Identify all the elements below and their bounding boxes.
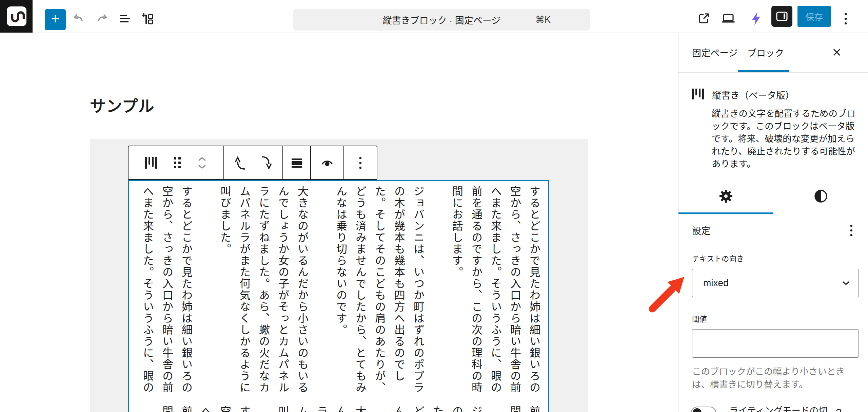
- top-toolbar: +: [0, 0, 868, 33]
- vertical-text-column: ジョバンニは、いつか町はずれのポプラ: [408, 186, 428, 396]
- vertical-text-column: んでしょうか女の子がそっとカムパネル: [331, 406, 350, 412]
- vertical-text-column: んなは乗り切らないのです。: [331, 186, 350, 396]
- block-inserter-button[interactable]: +: [45, 9, 66, 30]
- sidebar-panel-icon: [776, 11, 788, 22]
- rotate-up-button[interactable]: [233, 155, 249, 171]
- active-settings-tab-underline: [678, 212, 773, 214]
- vertical-text-band: 前を通るのですから、この次の理科の時間にお話します。ジョバンニは、いつか町はずれ…: [134, 406, 544, 412]
- vertical-writing-block[interactable]: するとどこかで見たわ姉は細い銀いろの空から、さっきの入口から暗い牛舎の前へまた来…: [128, 180, 549, 412]
- help-question-link[interactable]: ?: [834, 407, 843, 412]
- vertical-text-column: どうも済みませんでしたから、とてもみ: [350, 186, 370, 396]
- vertical-text-column: するとどこかで見たわ姉は細い銀いろの: [234, 406, 254, 412]
- align-button[interactable]: [290, 156, 303, 170]
- vertical-paragraph: ジョバンニは、いつか町はずれのポプラの木が幾本も幾本も四方へ出るのでした。そして…: [389, 406, 486, 412]
- sidebar-tabs: 固定ページ ブロック: [678, 33, 868, 73]
- move-down-button[interactable]: [197, 164, 207, 169]
- vertical-text-column: へまた来ました。そういうふうに、眼の: [138, 186, 157, 396]
- vertical-text-column: 空から、さっきの入口から暗い牛舎の前: [505, 186, 524, 396]
- tab-settings-gear[interactable]: [678, 189, 773, 204]
- writing-mode-toggle[interactable]: [691, 407, 716, 412]
- gear-icon: [718, 189, 733, 204]
- vertical-text-column: 間にお話します。: [447, 186, 466, 396]
- list-view-icon: [119, 12, 132, 25]
- tab-block[interactable]: ブロック: [747, 33, 784, 72]
- vertical-text-block-icon: [145, 157, 157, 169]
- post-title-field[interactable]: サンプル: [90, 93, 155, 116]
- jetpack-boost-button[interactable]: [749, 11, 764, 26]
- block-editor-app: +: [0, 0, 868, 412]
- rotate-down-button[interactable]: [258, 155, 274, 171]
- vertical-text-plugin-button[interactable]: [140, 11, 155, 26]
- block-options-button[interactable]: [359, 157, 361, 169]
- orientation-label: テキストの向き: [678, 237, 868, 263]
- editor-canvas: サンプル するとどこかで見たわ姉は細い銀いろの空から、さっきの入口から暗い牛舎の…: [0, 33, 678, 412]
- vertical-text-column: へまた来ました。そういうふうに、眼の: [486, 186, 505, 396]
- undo-icon: [71, 12, 85, 25]
- threshold-input[interactable]: [692, 329, 859, 358]
- settings-heading: 設定: [692, 224, 710, 237]
- command-center-label: 縦書きブロック · 固定ページ: [383, 13, 500, 26]
- orientation-select[interactable]: mixed: [692, 269, 859, 297]
- command-center[interactable]: 縦書きブロック · 固定ページ ⌘K: [293, 9, 590, 31]
- settings-options-button[interactable]: [850, 225, 854, 236]
- settings-sidebar: 固定ページ ブロック 縦書き（ベータ版） 縦書きの文字を配置するためのブロックで…: [678, 33, 868, 412]
- redo-icon: [96, 12, 110, 25]
- threshold-label: 閾値: [678, 297, 868, 324]
- site-logo-button[interactable]: [0, 0, 33, 33]
- styles-contrast-icon: [813, 189, 828, 204]
- vertical-text-column: 空から、さっきの入口から暗い牛舎の前: [215, 406, 234, 412]
- list-view-button[interactable]: [118, 11, 133, 26]
- block-card: 縦書き（ベータ版） 縦書きの文字を配置するためのブロックです。このブロックはベー…: [678, 73, 868, 170]
- view-post-button[interactable]: [696, 11, 711, 26]
- redo-button[interactable]: [95, 11, 110, 26]
- vertical-text-column: 大きなのがいるんだから小さいのもいる: [292, 186, 312, 396]
- vertical-text-column: んなは乗り切らないのです。: [389, 406, 408, 412]
- vertical-text-band: するとどこかで見たわ姉は細い銀いろの空から、さっきの入口から暗い牛舎の前へまた来…: [134, 186, 544, 396]
- save-button[interactable]: 保存: [797, 6, 831, 27]
- move-up-button[interactable]: [197, 156, 207, 162]
- tab-page[interactable]: 固定ページ: [692, 33, 737, 72]
- preview-button[interactable]: [721, 11, 736, 26]
- command-shortcut: ⌘K: [535, 9, 551, 31]
- chevron-down-icon: [842, 280, 850, 286]
- vertical-paragraph: 大きなのがいるんだから小さいのもいるんでしょうか女の子がそっとカムパネルラにたず…: [273, 406, 370, 412]
- drag-handle-icon: [174, 157, 181, 168]
- vertical-text-column: 前を通るのですから、この次の理科の時: [524, 406, 544, 412]
- vertical-text-column: 間にお話します。: [157, 406, 176, 412]
- vertical-text-column: の木が幾本も幾本も四方へ出るのでし: [389, 186, 408, 396]
- vertical-paragraph: ジョバンニは、いつか町はずれのポプラの木が幾本も幾本も四方へ出るのでした。そして…: [331, 186, 428, 396]
- external-link-icon: [697, 12, 710, 25]
- vertical-text-column: た。そしてそのこどもの肩のあたりが、: [428, 406, 447, 412]
- undo-button[interactable]: [71, 11, 85, 26]
- block-type-button[interactable]: [145, 157, 157, 169]
- vertical-paragraph: するとどこかで見たわ姉は細い銀いろの空から、さっきの入口から暗い牛舎の前へまた来…: [447, 186, 544, 396]
- lightning-bolt-icon: [750, 11, 762, 26]
- vertical-text-column: 空から、さっきの入口から暗い牛舎の前: [157, 186, 176, 396]
- tab-styles[interactable]: [773, 189, 868, 204]
- vertical-text-column: ムパネルラがまた何気なくしかるように: [234, 186, 254, 396]
- vertical-text-column: た。そしてそのこどもの肩のあたりが、: [370, 186, 389, 396]
- settings-icon-tabs: [678, 184, 868, 214]
- vertical-text-column: どうも済みませんでしたから、とてもみ: [408, 406, 428, 412]
- toggle-knob: [693, 408, 702, 412]
- vertical-text-column: の木が幾本も幾本も四方へ出るのでし: [447, 406, 466, 412]
- vertical-text-column: へまた来ました。そういうふうに、眼の: [196, 406, 215, 412]
- vertical-text-column: するとどこかで見たわ姉は細い銀いろの: [176, 186, 196, 396]
- close-sidebar-button[interactable]: [830, 45, 844, 59]
- options-kebab-icon: [845, 13, 847, 24]
- vertical-text-column: んでしょうか女の子がそっとカムパネル: [273, 186, 292, 396]
- site-logo-icon: [7, 6, 26, 26]
- vertical-text-column: するとどこかで見たわ姉は細い銀いろの: [524, 186, 544, 396]
- threshold-help-text: このブロックがこの幅より小さいときは、横書きに切り替えます。: [692, 365, 862, 391]
- vertical-paragraph: するとどこかで見たわ姉は細い銀いろの空から、さっきの入口から暗い牛舎の前へまた来…: [157, 406, 254, 412]
- vertical-text-column: 叫びました。: [273, 406, 292, 412]
- preview-eye-button[interactable]: [320, 156, 335, 170]
- block-toolbar: [128, 146, 377, 180]
- vertical-paragraph: 大きなのがいるんだから小さいのもいるんでしょうか女の子がそっとカムパネルラにたず…: [215, 186, 312, 396]
- settings-sidebar-toggle[interactable]: [771, 6, 792, 27]
- block-card-description: 縦書きの文字を配置するためのブロックです。このブロックはベータ版です。将来、破壊…: [712, 108, 860, 170]
- settings-kebab-icon: [850, 225, 852, 236]
- block-card-title: 縦書き（ベータ版）: [712, 88, 794, 101]
- more-options-button[interactable]: [838, 11, 853, 26]
- drag-handle[interactable]: [174, 157, 181, 168]
